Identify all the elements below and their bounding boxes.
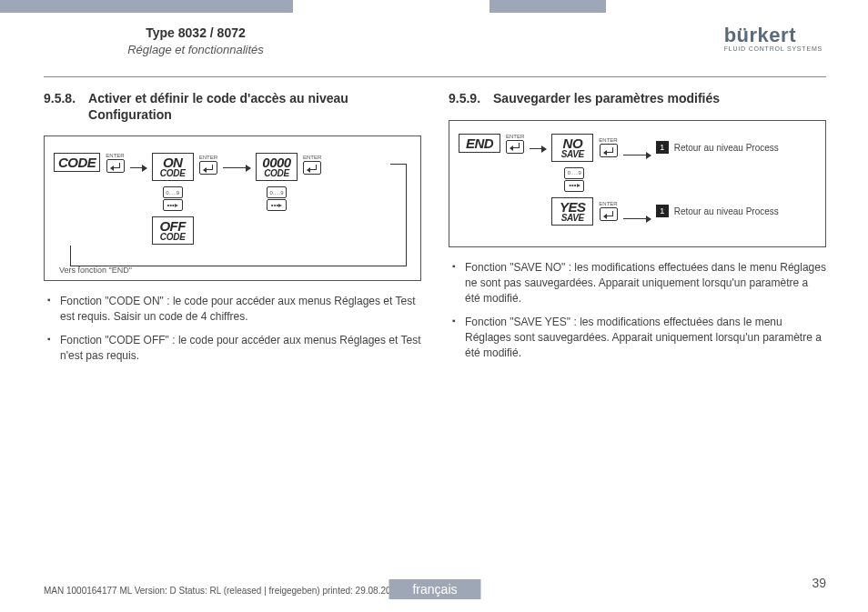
diagram-note: Vers fonction "END": [59, 266, 132, 275]
enter-label: ENTER: [199, 155, 217, 160]
list-item: Fonction "CODE ON" : le code pour accéde…: [47, 294, 421, 326]
top-bar-segment: [490, 0, 606, 13]
lcd-text: 0000: [260, 156, 293, 169]
lcd-text: END: [463, 136, 496, 150]
left-column: 9.5.8. Activer et définir le code d'accè…: [44, 91, 421, 372]
footer: MAN 1000164177 ML Version: D Status: RL …: [44, 586, 826, 596]
arrow-right-icon: [623, 218, 651, 219]
dots-icon: •••▸: [569, 182, 580, 189]
nav-label: 0.....9: [166, 190, 179, 196]
lcd-no-save: NO SAVE: [551, 134, 593, 162]
nav-label: 0.....9: [270, 190, 284, 196]
bullet-list: Fonction "CODE ON" : le code pour accéde…: [47, 294, 421, 365]
lcd-text: YES: [556, 200, 589, 214]
list-item: Fonction "SAVE NO" : les modifications e…: [452, 260, 826, 307]
arrow-right-icon: [130, 167, 146, 168]
right-column: 9.5.9. Sauvegarder les paramètres modifi…: [449, 91, 826, 372]
brand-name: bürkert: [724, 24, 823, 47]
lcd-text: CODE: [260, 169, 293, 178]
nav-label: 0.....9: [568, 170, 581, 176]
enter-label: ENTER: [303, 155, 321, 160]
arrow-right-icon: [623, 155, 651, 156]
enter-button: ENTER: [106, 153, 124, 173]
lcd-off-code: OFF CODE: [152, 216, 194, 245]
language-pill: français: [389, 579, 480, 599]
section-heading: 9.5.9. Sauvegarder les paramètres modifi…: [449, 91, 826, 107]
arrow-right-icon: [530, 148, 546, 149]
lcd-yes-save: YES SAVE: [551, 197, 593, 226]
arrow-right-icon: [223, 167, 250, 168]
up-down-button: 0.....9 •••▸: [163, 186, 183, 211]
lcd-code: CODE: [54, 153, 100, 172]
top-bar-segment: [0, 0, 293, 13]
dots-icon: •••▸: [167, 202, 177, 209]
flow-diagram-code: CODE ENTER ON CODE 0.....9 •••▸: [44, 135, 421, 281]
destination: 1 Retour au niveau Process: [656, 205, 779, 217]
lcd-text: NO: [556, 136, 589, 150]
enter-label: ENTER: [599, 201, 617, 206]
enter-button: ENTER: [199, 155, 217, 175]
flow-diagram-save: END ENTER NO SAVE ENTER: [449, 120, 826, 247]
doc-type: Type 8032 / 8072: [91, 25, 300, 40]
doc-subtitle: Réglage et fonctionnalités: [91, 43, 300, 56]
brand-tagline: FLUID CONTROL SYSTEMS: [724, 45, 823, 52]
section-heading: 9.5.8. Activer et définir le code d'accè…: [44, 91, 421, 123]
destination-text: Retour au niveau Process: [674, 143, 779, 153]
section-title: Sauvegarder les paramètres modifiés: [493, 91, 826, 107]
lcd-text: OFF: [156, 219, 189, 233]
enter-label: ENTER: [506, 134, 524, 139]
bullet-list: Fonction "SAVE NO" : les modifications e…: [452, 260, 826, 362]
divider: [44, 76, 826, 77]
enter-button: ENTER: [303, 155, 321, 175]
up-down-button: 0.....9 •••▸: [564, 167, 584, 192]
section-number: 9.5.8.: [44, 91, 76, 123]
section-title: Activer et définir le code d'accès au ni…: [88, 91, 421, 123]
lcd-0000-code: 0000 CODE: [256, 153, 298, 181]
destination: 1 Retour au niveau Process: [656, 141, 779, 154]
lcd-on-code: ON CODE: [152, 153, 194, 181]
enter-label: ENTER: [599, 137, 617, 143]
top-bar: [0, 0, 868, 13]
destination-number: 1: [656, 205, 669, 217]
enter-button: ENTER: [506, 134, 524, 154]
section-number: 9.5.9.: [449, 91, 480, 107]
list-item: Fonction "SAVE YES" : les modifications …: [452, 315, 826, 362]
lcd-end: END: [459, 134, 500, 153]
dots-icon: •••▸: [271, 202, 282, 209]
logo: bürkert FLUID CONTROL SYSTEMS: [724, 24, 823, 52]
lcd-text: CODE: [156, 169, 189, 178]
page-number: 39: [812, 576, 826, 590]
header-left: Type 8032 / 8072 Réglage et fonctionnali…: [91, 25, 300, 56]
enter-button: ENTER: [599, 137, 617, 157]
enter-button: ENTER: [599, 201, 617, 221]
up-down-button: 0.....9 •••▸: [267, 186, 287, 211]
destination-text: Retour au niveau Process: [674, 206, 779, 216]
lcd-text: CODE: [156, 233, 189, 242]
list-item: Fonction "CODE OFF" : le code pour accéd…: [47, 333, 421, 365]
destination-number: 1: [656, 141, 669, 154]
lcd-text: ON: [156, 156, 189, 169]
lcd-text: SAVE: [556, 214, 589, 223]
lcd-text: CODE: [58, 156, 96, 169]
lcd-text: SAVE: [556, 150, 589, 159]
enter-label: ENTER: [106, 153, 124, 158]
